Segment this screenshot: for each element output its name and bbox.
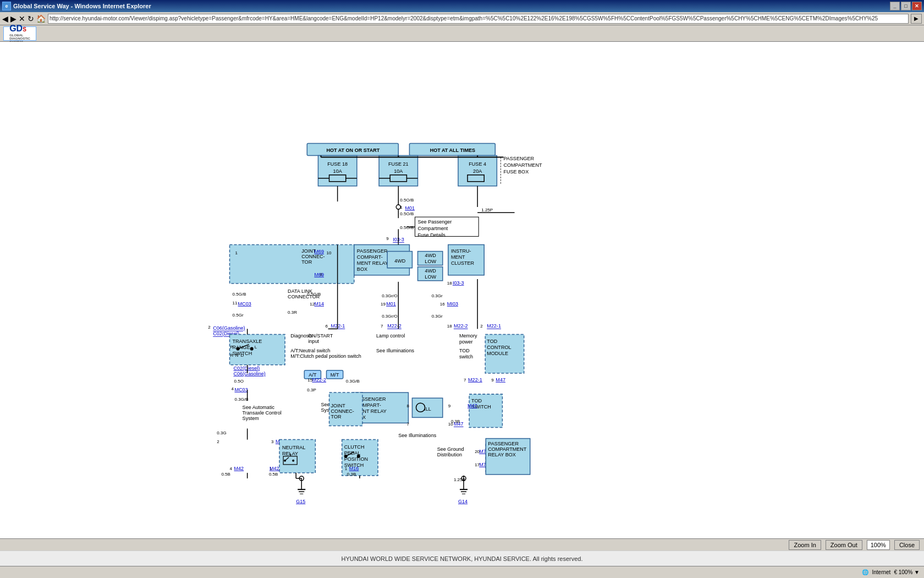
svg-text:TOR: TOR <box>301 259 312 265</box>
svg-rect-49 <box>229 245 354 283</box>
svg-text:M22-2: M22-2 <box>312 377 326 383</box>
svg-text:MENT RELAY: MENT RELAY <box>357 260 388 266</box>
svg-text:FUSE 18: FUSE 18 <box>327 161 348 167</box>
svg-text:M01: M01 <box>405 205 415 211</box>
svg-text:PASSENGER: PASSENGER <box>357 248 388 254</box>
svg-text:PASSENGER: PASSENGER <box>488 441 519 446</box>
internet-zone-icon: 🌐 <box>862 569 868 575</box>
svg-text:M/T:Clutch pedal position swit: M/T:Clutch pedal position switch <box>290 353 361 359</box>
svg-text:INSTRU-: INSTRU- <box>451 248 471 254</box>
stop-icon[interactable]: ✕ <box>19 14 25 23</box>
svg-text:M47: M47 <box>468 403 477 408</box>
svg-text:DATA LINK: DATA LINK <box>288 288 312 294</box>
svg-text:See Ground: See Ground <box>437 446 464 452</box>
svg-text:CLUSTER: CLUSTER <box>451 260 475 266</box>
svg-text:M42: M42 <box>270 466 279 471</box>
svg-text:0.5O/B: 0.5O/B <box>400 211 414 216</box>
gds-logo: GDS GLOBALDIAGNOSTICSYSTEM <box>3 26 36 41</box>
svg-text:HOT AT ON OR START: HOT AT ON OR START <box>326 148 380 153</box>
svg-text:LOW: LOW <box>425 259 436 264</box>
svg-text:See Illuminations: See Illuminations <box>376 348 414 353</box>
svg-text:Fuse Details: Fuse Details <box>418 232 446 238</box>
svg-point-206 <box>357 455 360 458</box>
svg-text:Transaxle Control: Transaxle Control <box>243 410 282 416</box>
back-icon[interactable]: ◀ <box>2 14 8 23</box>
svg-text:2: 2 <box>217 439 219 444</box>
svg-text:0.3G/B: 0.3G/B <box>235 397 249 402</box>
svg-point-114 <box>250 347 254 351</box>
svg-text:CONNECTOR: CONNECTOR <box>288 294 320 299</box>
gds-text: GD <box>9 24 23 33</box>
address-input[interactable] <box>48 14 909 24</box>
svg-text:10A: 10A <box>394 168 403 174</box>
svg-text:TOR: TOR <box>331 414 342 419</box>
svg-text:COMPART-: COMPART- <box>357 254 383 260</box>
gds-s: S <box>23 26 26 32</box>
forward-icon[interactable]: ▶ <box>10 14 16 23</box>
svg-text:R: R <box>230 353 233 358</box>
svg-text:0.5B: 0.5B <box>269 472 278 477</box>
svg-text:L: L <box>255 345 257 350</box>
close-button[interactable]: Close <box>894 540 920 550</box>
svg-text:4: 4 <box>232 386 234 391</box>
svg-text:M47: M47 <box>496 377 505 383</box>
svg-text:BOX: BOX <box>357 266 367 272</box>
refresh-icon[interactable]: ↻ <box>28 14 34 23</box>
zoom-in-button[interactable]: Zoom In <box>789 540 821 550</box>
svg-text:ON/START: ON/START <box>308 333 333 339</box>
svg-text:8: 8 <box>406 403 409 408</box>
svg-text:TOD: TOD <box>487 339 497 344</box>
svg-text:I03-3: I03-3 <box>453 280 464 286</box>
svg-text:1: 1 <box>345 466 348 471</box>
svg-text:FUSE 21: FUSE 21 <box>388 161 409 167</box>
svg-text:6: 6 <box>326 324 328 329</box>
svg-point-198 <box>292 460 294 462</box>
svg-text:LOW: LOW <box>425 274 436 280</box>
svg-text:Lamp control: Lamp control <box>376 333 405 339</box>
svg-text:switch: switch <box>459 354 473 359</box>
maximize-button[interactable]: □ <box>901 2 911 10</box>
svg-text:MC03: MC03 <box>238 301 251 307</box>
svg-text:JOINT: JOINT <box>331 403 346 408</box>
svg-text:0.3P: 0.3P <box>307 388 316 392</box>
svg-text:MC03: MC03 <box>235 387 248 392</box>
svg-text:input: input <box>308 339 319 344</box>
zoom-out-button[interactable]: Zoom Out <box>826 540 862 550</box>
svg-text:M22-1: M22-1 <box>468 377 482 383</box>
svg-text:3: 3 <box>271 439 274 444</box>
svg-text:PASSENGER: PASSENGER <box>503 156 534 161</box>
svg-text:1: 1 <box>235 250 238 255</box>
minimize-button[interactable]: _ <box>890 2 900 10</box>
svg-text:A/T:Neutral switch: A/T:Neutral switch <box>290 348 330 353</box>
go-button[interactable]: ▶ <box>911 14 922 24</box>
svg-text:M22-1: M22-1 <box>331 323 345 329</box>
svg-text:CLUTCH: CLUTCH <box>344 444 365 450</box>
svg-text:CONTROL: CONTROL <box>487 345 511 350</box>
svg-text:0.3B: 0.3B <box>451 419 460 424</box>
svg-text:1.25P: 1.25P <box>481 208 493 212</box>
svg-text:18: 18 <box>447 281 452 286</box>
svg-text:20A: 20A <box>473 168 482 174</box>
svg-text:18: 18 <box>447 324 452 329</box>
svg-text:COMPARTMENT: COMPARTMENT <box>503 162 542 168</box>
svg-text:TOD: TOD <box>459 348 470 353</box>
svg-text:0.5O: 0.5O <box>234 379 244 384</box>
home-icon[interactable]: 🏠 <box>36 14 46 23</box>
diagram-area: HOT AT ON OR START HOT AT ALL TIMES FUSE… <box>0 42 924 538</box>
svg-text:0.5G/B: 0.5G/B <box>233 292 246 297</box>
close-window-button[interactable]: ✕ <box>912 2 922 10</box>
svg-text:MENT: MENT <box>451 254 465 260</box>
svg-text:0.3B: 0.3B <box>347 472 356 477</box>
zoom-level-display: 100% <box>867 540 890 550</box>
svg-text:M69: M69 <box>314 272 324 277</box>
svg-text:0.3Gr/O: 0.3Gr/O <box>382 314 398 319</box>
svg-text:2: 2 <box>208 325 211 330</box>
svg-text:N: N <box>235 353 239 358</box>
svg-text:P: P <box>230 345 233 350</box>
svg-text:D: D <box>241 353 244 358</box>
svg-text:0.3G/B: 0.3G/B <box>346 379 360 384</box>
svg-text:HOT AT ALL TIMES: HOT AT ALL TIMES <box>430 148 475 153</box>
svg-text:System: System <box>243 416 259 421</box>
wiring-diagram: HOT AT ON OR START HOT AT ALL TIMES FUSE… <box>0 42 924 538</box>
svg-text:G15: G15 <box>296 499 305 504</box>
